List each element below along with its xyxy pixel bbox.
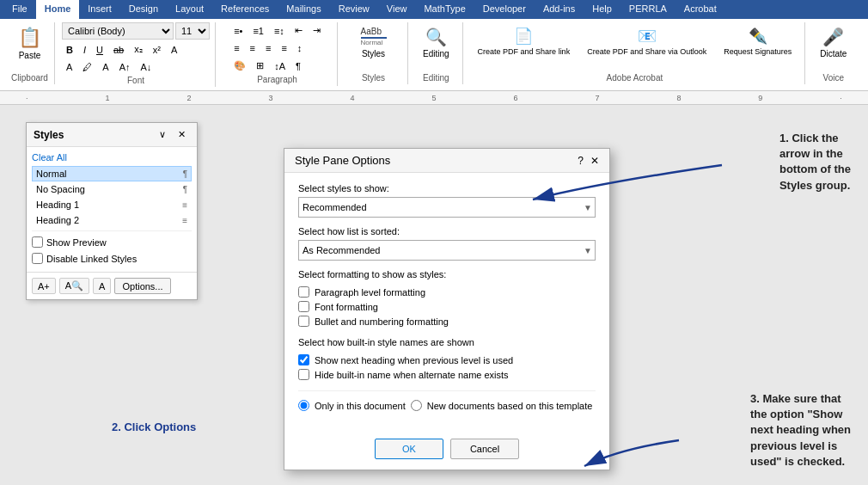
font-size-select[interactable]: 11 <box>175 22 210 40</box>
style-heading2[interactable]: Heading 2 ≡ <box>32 212 192 228</box>
tab-mathtype[interactable]: MathType <box>415 0 474 19</box>
new-docs-radio[interactable] <box>411 400 422 411</box>
annotation-3: 3. Make sure that the option "Show next … <box>750 391 851 470</box>
ruler-marks: · 1 2 3 4 5 6 7 8 9 · <box>26 94 842 102</box>
ribbon-tabs: File Home Insert Design Layout Reference… <box>0 0 868 19</box>
align-center[interactable]: ≡ <box>246 40 260 56</box>
style-normal-label: Normal <box>36 169 66 179</box>
style-heading2-icon: ≡ <box>182 216 187 225</box>
clear-format-button[interactable]: A <box>167 42 181 58</box>
show-preview-checkbox[interactable] <box>32 236 43 248</box>
font-name-select[interactable]: Calibri (Body) <box>62 22 174 40</box>
tab-references[interactable]: References <box>212 0 278 19</box>
request-sig-label: Request Signatures <box>724 47 792 56</box>
tab-view[interactable]: View <box>378 0 416 19</box>
group-voice: 🎤 Dictate Voice <box>807 22 859 84</box>
show-next-heading-checkbox[interactable] <box>298 354 309 365</box>
subscript-button[interactable]: x₂ <box>130 41 147 58</box>
ok-button[interactable]: OK <box>375 439 443 459</box>
create-pdf-outlook-label: Create PDF and Share via Outlook <box>587 47 706 56</box>
numbering-button[interactable]: ≡1 <box>248 23 268 39</box>
styles-to-show-select[interactable]: Recommended All styles In current docume… <box>298 197 596 218</box>
align-right[interactable]: ≡ <box>261 40 275 56</box>
editing-button[interactable]: 🔍 Editing <box>415 22 457 63</box>
editing-group-label: Editing <box>423 73 449 83</box>
show-preview-row: Show Preview <box>32 234 192 250</box>
adobe-row: 📄 Create PDF and Share link 📧 Create PDF… <box>470 22 800 60</box>
disable-linked-row: Disable Linked Styles <box>32 250 192 267</box>
superscript-button[interactable]: x² <box>149 42 165 58</box>
multilevel-button[interactable]: ≡↕ <box>270 23 289 39</box>
style-no-spacing[interactable]: No Spacing ¶ <box>32 181 192 197</box>
increase-indent[interactable]: ⇥ <box>309 22 325 39</box>
highlight-button[interactable]: 🖊 <box>78 59 96 75</box>
tab-mailings[interactable]: Mailings <box>278 0 329 19</box>
strikethrough-button[interactable]: ab <box>109 42 128 58</box>
font-size-shrink[interactable]: A↓ <box>137 59 156 75</box>
style-heading1[interactable]: Heading 1 ≡ <box>32 197 192 212</box>
styles-panel-minimize[interactable]: ∨ <box>155 126 170 143</box>
only-this-doc-radio[interactable] <box>298 400 309 411</box>
shading-button[interactable]: 🎨 <box>229 58 250 74</box>
create-pdf-button[interactable]: 📄 Create PDF and Share link <box>470 22 578 60</box>
create-pdf-label: Create PDF and Share link <box>478 47 571 56</box>
styles-panel-close[interactable]: ✕ <box>174 126 190 143</box>
font-formatting-row: Font formatting <box>298 299 596 314</box>
style-normal[interactable]: Normal ¶ <box>32 166 192 181</box>
create-pdf-outlook-button[interactable]: 📧 Create PDF and Share via Outlook <box>579 22 714 60</box>
sort-select[interactable]: As Recommended Alphabetical By type <box>298 240 596 261</box>
style-no-spacing-label: No Spacing <box>36 184 85 194</box>
line-spacing[interactable]: ↕ <box>293 40 307 56</box>
font-color2-button[interactable]: A <box>98 59 113 75</box>
para-formatting-checkbox[interactable] <box>298 286 309 298</box>
styles-button[interactable]: AaBb Normal Styles <box>353 22 394 63</box>
tab-review[interactable]: Review <box>330 0 378 19</box>
options-button[interactable]: Options... <box>114 278 170 294</box>
show-formatting[interactable]: ¶ <box>291 58 305 74</box>
dialog-close-icon[interactable]: ✕ <box>590 155 599 167</box>
styles-panel-title: Styles <box>34 129 64 141</box>
styles-panel-footer: A+ A🔍 A Options... <box>27 272 197 299</box>
tab-file[interactable]: File <box>3 0 36 19</box>
tab-perrla[interactable]: PERRLA <box>620 0 675 19</box>
only-this-doc-row: Only in this document New documents base… <box>298 398 596 413</box>
bullet-formatting-checkbox[interactable] <box>298 316 309 327</box>
italic-button[interactable]: I <box>79 42 90 58</box>
tab-layout[interactable]: Layout <box>167 0 212 19</box>
styles-to-show-wrapper: Recommended All styles In current docume… <box>298 197 596 218</box>
borders-button[interactable]: ⊞ <box>252 58 268 74</box>
font-color-button[interactable]: A <box>62 59 76 75</box>
styles-content: AaBb Normal Styles <box>353 22 394 75</box>
clipboard-content: 📋 Paste <box>10 22 49 77</box>
new-style-button[interactable]: A+ <box>32 278 56 294</box>
tab-help[interactable]: Help <box>584 0 620 19</box>
bullets-button[interactable]: ≡• <box>229 23 247 39</box>
clear-all-link[interactable]: Clear All <box>32 152 192 163</box>
builtin-names-section: Select how built-in style names are show… <box>298 337 596 382</box>
bold-button[interactable]: B <box>62 42 77 58</box>
dictate-button[interactable]: 🎤 Dictate <box>812 22 854 63</box>
disable-linked-checkbox[interactable] <box>32 253 43 264</box>
font-formatting-checkbox[interactable] <box>298 301 309 312</box>
tab-addins[interactable]: Add-ins <box>535 0 584 19</box>
decrease-indent[interactable]: ⇤ <box>290 22 307 39</box>
justify[interactable]: ≡ <box>277 40 290 56</box>
sort-button[interactable]: ↕A <box>270 58 290 74</box>
tab-home[interactable]: Home <box>36 0 80 19</box>
tab-developer[interactable]: Developer <box>474 0 535 19</box>
styles-panel-controls: ∨ ✕ <box>155 126 190 143</box>
tab-insert[interactable]: Insert <box>79 0 120 19</box>
request-signatures-button[interactable]: ✒️ Request Signatures <box>716 22 799 60</box>
tab-design[interactable]: Design <box>120 0 167 19</box>
paste-button[interactable]: 📋 Paste <box>10 22 49 64</box>
hide-builtin-checkbox[interactable] <box>298 369 309 380</box>
underline-button[interactable]: U <box>92 42 107 58</box>
manage-style-button[interactable]: A <box>93 278 111 294</box>
cancel-button[interactable]: Cancel <box>450 439 519 459</box>
align-left[interactable]: ≡ <box>229 40 243 56</box>
only-this-doc-label: Only in this document <box>315 401 406 411</box>
tab-acrobat[interactable]: Acrobat <box>675 0 725 19</box>
font-size-grow[interactable]: A↑ <box>115 59 135 75</box>
inspect-style-button[interactable]: A🔍 <box>59 278 89 294</box>
dialog-help-icon[interactable]: ? <box>578 155 584 167</box>
